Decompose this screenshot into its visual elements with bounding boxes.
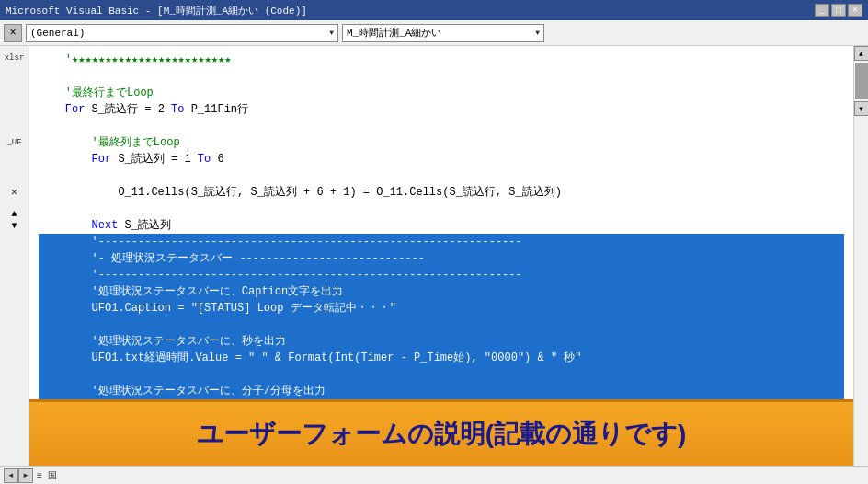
code-line: For S_読込列 = 1 To 6 [39, 151, 844, 167]
code-line [39, 118, 844, 134]
main-area: xlsr _UF × ▲ ▼ '★★★★★★★★★★★★★★★★★★★★★★★★… [0, 46, 868, 466]
scroll-up-button[interactable]: ▲ [854, 46, 869, 61]
bottom-banner: ユーザーフォームの説明(記載の通りです) [29, 399, 853, 466]
chevron-down-icon-2: ▼ [535, 29, 540, 37]
scroll-up-icon[interactable]: ▲ [11, 209, 17, 219]
code-line: '★★★★★★★★★★★★★★★★★★★★★★★★ [39, 52, 844, 68]
title-bar: Microsoft Visual Basic - [M_時間計測_A細かい (C… [0, 0, 868, 20]
general-dropdown-label: (General) [30, 28, 85, 39]
code-line [39, 167, 844, 184]
selected-code-block: '---------------------------------------… [39, 234, 844, 250]
code-line [39, 201, 844, 217]
code-line [39, 68, 844, 85]
toolbar: × (General) ▼ M_時間計測_A細かい ▼ [0, 20, 868, 46]
chevron-down-icon: ▼ [329, 29, 334, 37]
code-line: O_11.Cells(S_読込行, S_読込列 + 6 + 1) = O_11.… [39, 184, 844, 201]
left-gutter: xlsr _UF × ▲ ▼ [0, 46, 29, 466]
close-button[interactable]: × [848, 4, 862, 17]
selected-code-line [39, 317, 844, 333]
title-controls: _ □ × [815, 4, 862, 17]
x-button[interactable]: × [11, 186, 18, 200]
scroll-down-icon[interactable]: ▼ [11, 221, 17, 231]
sub-dropdown-label: M_時間計測_A細かい [347, 26, 441, 40]
bottom-tab-label: ≡ 国 [37, 469, 57, 482]
selected-code-line: '- 処理状況ステータスバー -------------------------… [39, 250, 844, 267]
title-text: Microsoft Visual Basic - [M_時間計測_A細かい (C… [6, 4, 307, 17]
main-window: Microsoft Visual Basic - [M_時間計測_A細かい (C… [0, 0, 868, 484]
sub-dropdown[interactable]: M_時間計測_A細かい ▼ [342, 24, 544, 42]
general-dropdown[interactable]: (General) ▼ [26, 24, 338, 42]
code-line: Next S_読込列 [39, 217, 844, 234]
selected-code-line: '---------------------------------------… [39, 267, 844, 283]
xlsr-label: xlsr [5, 53, 25, 63]
horizontal-scroll: ◄ ► [4, 468, 33, 483]
bottom-bar: ◄ ► ≡ 国 [0, 466, 868, 484]
selected-code-line: '処理状況ステータスバーに、Caption文字を出力 [39, 283, 844, 300]
scroll-right-button[interactable]: ► [18, 468, 33, 483]
scroll-left-button[interactable]: ◄ [4, 468, 18, 483]
banner-text: ユーザーフォームの説明(記載の通りです) [197, 417, 687, 452]
scroll-thumb[interactable] [855, 63, 868, 99]
minimize-button[interactable]: _ [815, 4, 829, 17]
maximize-button[interactable]: □ [831, 4, 846, 17]
uf-label: _UF [6, 138, 21, 147]
code-area[interactable]: '★★★★★★★★★★★★★★★★★★★★★★★★ '最終行までLoop For… [29, 46, 853, 466]
code-line: '最終行までLoop [39, 85, 844, 101]
vertical-scrollbar: ▲ ▼ [853, 46, 868, 466]
code-line: '最終列までLoop [39, 134, 844, 151]
selected-code-line [39, 366, 844, 383]
toolbar-close-button[interactable]: × [4, 24, 22, 42]
selected-code-line: '処理状況ステータスバーに、秒を出力 [39, 333, 844, 350]
selected-code-line: '処理状況ステータスバーに、分子/分母を出力 [39, 383, 844, 399]
selected-code-line: UFO1.txt経過時間.Value = " " & Format(Int(Ti… [39, 350, 844, 366]
code-line: For S_読込行 = 2 To P_11Fin行 [39, 101, 844, 118]
scroll-down-button[interactable]: ▼ [854, 101, 869, 116]
selected-code-line: UFO1.Caption = "[STATUS] Loop データ転記中・・・" [39, 300, 844, 317]
